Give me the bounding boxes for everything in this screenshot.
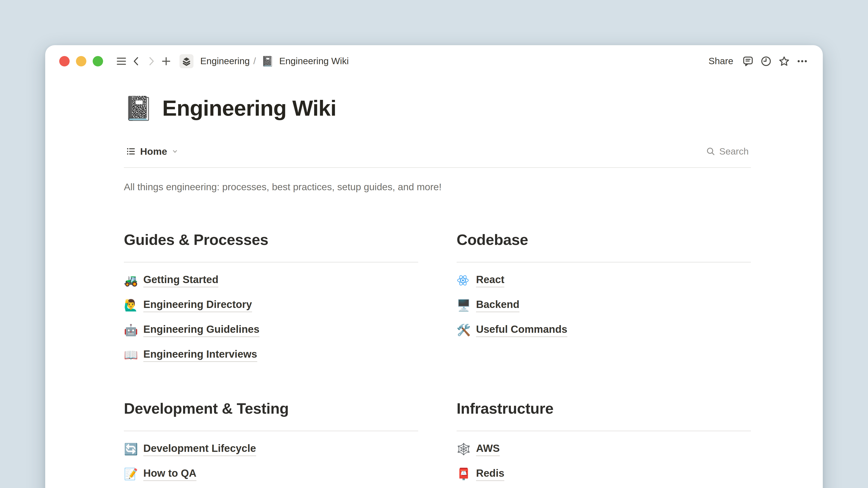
section-guides-processes: Guides & Processes 🚜 Getting Started 🙋‍♂… [124,231,418,373]
close-window-button[interactable] [59,56,70,66]
person-raising-hand-icon: 🙋‍♂️ [124,300,137,311]
hamburger-icon [115,55,127,67]
window-controls [59,56,103,66]
chevron-left-icon [130,55,143,67]
breadcrumb-page[interactable]: Engineering Wiki [277,55,351,68]
divider [124,262,418,263]
page-title-row: 📓 Engineering Wiki [124,96,751,121]
section-title: Guides & Processes [124,231,418,249]
comments-button[interactable] [741,54,755,69]
robot-icon: 🤖 [124,324,137,336]
share-button[interactable]: Share [705,54,737,69]
page-description: All things engineering: processes, best … [124,180,751,193]
page-link-useful-commands[interactable]: 🛠️ Useful Commands [457,323,751,337]
bulleted-list-icon [126,146,136,157]
divider [457,431,751,431]
page-link-engineering-interviews[interactable]: 📖 Engineering Interviews [124,348,418,362]
page-link-label: Backend [476,298,520,312]
section-infrastructure: Infrastructure 🕸️ AWS 📮 Redis [457,399,751,488]
page-link-engineering-directory[interactable]: 🙋‍♂️ Engineering Directory [124,298,418,312]
breadcrumb: Engineering / 📓 Engineering Wiki [198,55,351,68]
more-options-button[interactable] [795,54,810,69]
teamspace-icon-chip[interactable] [180,54,193,68]
page-link-label: Engineering Guidelines [143,323,259,337]
page-link-label: Development Lifecycle [143,442,256,456]
ellipsis-icon [796,55,808,67]
history-button[interactable] [758,54,774,69]
page-link-backend[interactable]: 🖥️ Backend [457,298,751,312]
minimize-window-button[interactable] [76,56,86,66]
page-link-label: Getting Started [143,273,218,287]
wiki-grid: Guides & Processes 🚜 Getting Started 🙋‍♂… [124,231,751,488]
toolbar: Engineering / 📓 Engineering Wiki Share [45,45,823,76]
search-button[interactable]: Search [704,145,751,158]
desktop-computer-icon: 🖥️ [457,300,470,311]
search-icon [706,147,716,156]
page-link-label: AWS [476,442,500,456]
chevron-right-icon [145,55,157,67]
plus-icon [160,55,172,67]
section-title: Codebase [457,231,751,249]
page-link-label: How to QA [143,467,196,481]
page-link-react[interactable]: React [457,273,751,287]
chevron-down-icon [171,148,179,155]
search-label: Search [719,146,749,157]
spider-web-icon: 🕸️ [457,444,470,455]
page-link-getting-started[interactable]: 🚜 Getting Started [124,273,418,287]
breadcrumb-workspace[interactable]: Engineering [198,55,252,68]
page-content: 📓 Engineering Wiki Home Search All thing… [124,96,751,488]
clock-icon [760,55,772,67]
memo-icon: 📝 [124,468,137,480]
notebook-emoji-page-icon[interactable]: 📓 [124,96,153,120]
counterclockwise-arrows-icon: 🔄 [124,444,137,455]
notion-window: Engineering / 📓 Engineering Wiki Share [45,45,823,488]
new-page-button[interactable] [159,54,174,69]
section-codebase: Codebase [457,231,751,373]
page-link-redis[interactable]: 📮 Redis [457,467,751,481]
page-title: Engineering Wiki [162,96,336,121]
page-link-label: Redis [476,467,504,481]
notebook-emoji-icon: 📓 [261,55,274,67]
back-button[interactable] [129,54,144,69]
page-link-label: Engineering Interviews [143,348,257,362]
breadcrumb-separator: / [253,56,256,66]
sidebar-menu-button[interactable] [114,54,129,69]
view-tab-home[interactable]: Home [124,144,181,158]
open-book-icon: 📖 [124,349,137,361]
page-link-development-lifecycle[interactable]: 🔄 Development Lifecycle [124,442,418,456]
divider [124,431,418,431]
view-tab-label: Home [140,146,167,157]
comment-bubble-icon [742,55,754,67]
zoom-window-button[interactable] [93,56,103,66]
page-link-engineering-guidelines[interactable]: 🤖 Engineering Guidelines [124,323,418,337]
star-icon [778,55,790,67]
stacked-layers-icon [181,56,192,66]
favorite-button[interactable] [777,54,792,69]
page-link-aws[interactable]: 🕸️ AWS [457,442,751,456]
page-link-label: Engineering Directory [143,298,252,312]
postbox-icon: 📮 [457,468,470,480]
divider [124,167,751,168]
toolbar-actions: Share [705,54,810,69]
section-development-testing: Development & Testing 🔄 Development Life… [124,399,418,488]
forward-button[interactable] [144,54,159,69]
page-link-how-to-qa[interactable]: 📝 How to QA [124,467,418,481]
page-link-label: Useful Commands [476,323,567,337]
section-title: Development & Testing [124,399,418,418]
page-link-label: React [476,273,504,287]
hammer-and-wrench-icon: 🛠️ [457,324,470,336]
section-title: Infrastructure [457,399,751,418]
divider [457,262,751,263]
view-row: Home Search [124,142,751,160]
react-logo-icon [457,274,470,287]
tractor-icon: 🚜 [124,275,137,286]
